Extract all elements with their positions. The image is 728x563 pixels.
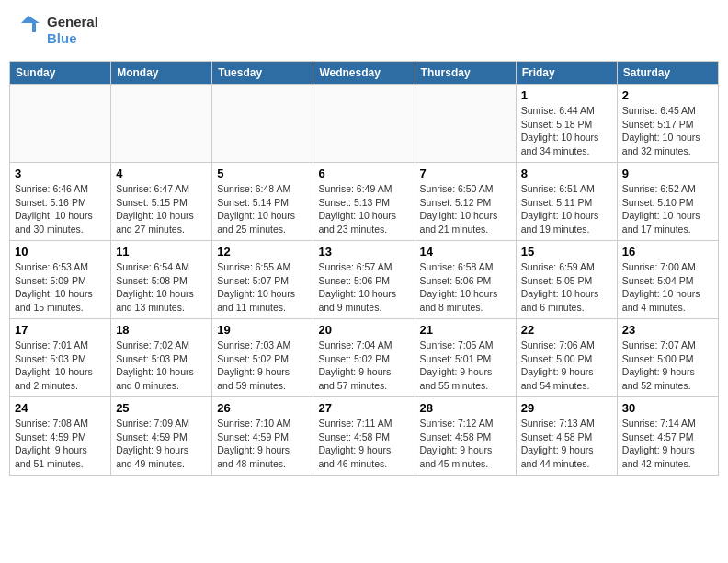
calendar-cell (111, 85, 212, 163)
day-number: 15 (521, 245, 612, 259)
logo-general-text: General (47, 14, 98, 30)
calendar-cell: 19Sunrise: 7:03 AM Sunset: 5:02 PM Dayli… (212, 319, 313, 397)
day-info: Sunrise: 7:03 AM Sunset: 5:02 PM Dayligh… (217, 339, 308, 393)
calendar-cell: 12Sunrise: 6:55 AM Sunset: 5:07 PM Dayli… (212, 241, 313, 319)
day-number: 3 (15, 167, 106, 180)
week-row-3: 17Sunrise: 7:01 AM Sunset: 5:03 PM Dayli… (10, 319, 719, 397)
col-header-monday: Monday (111, 62, 212, 85)
calendar-header-row: SundayMondayTuesdayWednesdayThursdayFrid… (10, 62, 719, 85)
day-info: Sunrise: 7:04 AM Sunset: 5:02 PM Dayligh… (318, 339, 409, 393)
calendar-cell: 25Sunrise: 7:09 AM Sunset: 4:59 PM Dayli… (111, 397, 212, 476)
calendar-cell: 13Sunrise: 6:57 AM Sunset: 5:06 PM Dayli… (313, 241, 415, 319)
day-info: Sunrise: 6:58 AM Sunset: 5:06 PM Dayligh… (420, 260, 511, 315)
day-number: 27 (318, 401, 409, 415)
logo-blue-text: Blue (47, 30, 98, 47)
day-info: Sunrise: 6:47 AM Sunset: 5:15 PM Dayligh… (116, 182, 207, 236)
day-info: Sunrise: 6:46 AM Sunset: 5:16 PM Dayligh… (15, 182, 106, 236)
day-number: 20 (318, 323, 409, 337)
day-info: Sunrise: 7:14 AM Sunset: 4:57 PM Dayligh… (622, 417, 713, 471)
day-number: 17 (15, 323, 106, 337)
day-number: 10 (15, 245, 106, 259)
day-number: 9 (622, 167, 713, 180)
col-header-saturday: Saturday (617, 62, 718, 85)
day-info: Sunrise: 6:44 AM Sunset: 5:18 PM Dayligh… (521, 104, 612, 158)
col-header-friday: Friday (516, 62, 617, 85)
day-info: Sunrise: 6:49 AM Sunset: 5:13 PM Dayligh… (318, 182, 409, 236)
day-number: 19 (217, 323, 308, 337)
day-info: Sunrise: 6:48 AM Sunset: 5:14 PM Dayligh… (217, 182, 308, 236)
day-number: 21 (420, 323, 511, 337)
day-info: Sunrise: 6:45 AM Sunset: 5:17 PM Dayligh… (622, 104, 713, 158)
day-number: 29 (521, 401, 612, 415)
calendar-cell (313, 85, 415, 163)
calendar-cell: 1Sunrise: 6:44 AM Sunset: 5:18 PM Daylig… (516, 85, 617, 163)
day-number: 24 (15, 401, 106, 415)
day-info: Sunrise: 7:01 AM Sunset: 5:03 PM Dayligh… (15, 339, 106, 393)
day-number: 30 (622, 401, 713, 415)
day-info: Sunrise: 7:06 AM Sunset: 5:00 PM Dayligh… (521, 339, 612, 393)
calendar-cell (415, 85, 516, 163)
day-number: 8 (521, 167, 612, 180)
col-header-wednesday: Wednesday (313, 62, 415, 85)
day-info: Sunrise: 7:10 AM Sunset: 4:59 PM Dayligh… (217, 417, 308, 471)
calendar-cell: 23Sunrise: 7:07 AM Sunset: 5:00 PM Dayli… (617, 319, 718, 397)
day-info: Sunrise: 6:50 AM Sunset: 5:12 PM Dayligh… (420, 182, 511, 236)
day-number: 4 (116, 167, 207, 180)
day-info: Sunrise: 6:53 AM Sunset: 5:09 PM Dayligh… (15, 260, 106, 315)
day-number: 13 (318, 245, 409, 259)
calendar-cell: 3Sunrise: 6:46 AM Sunset: 5:16 PM Daylig… (10, 163, 111, 241)
day-number: 18 (116, 323, 207, 337)
day-number: 11 (116, 245, 207, 259)
calendar-cell: 15Sunrise: 6:59 AM Sunset: 5:05 PM Dayli… (516, 241, 617, 319)
calendar-cell: 24Sunrise: 7:08 AM Sunset: 4:59 PM Dayli… (10, 397, 111, 476)
day-number: 2 (622, 88, 713, 102)
day-number: 23 (622, 323, 713, 337)
calendar-cell: 11Sunrise: 6:54 AM Sunset: 5:08 PM Dayli… (111, 241, 212, 319)
day-info: Sunrise: 6:52 AM Sunset: 5:10 PM Dayligh… (622, 182, 713, 236)
day-info: Sunrise: 7:13 AM Sunset: 4:58 PM Dayligh… (521, 417, 612, 471)
calendar-cell: 22Sunrise: 7:06 AM Sunset: 5:00 PM Dayli… (516, 319, 617, 397)
day-number: 26 (217, 401, 308, 415)
calendar-cell (212, 85, 313, 163)
day-info: Sunrise: 6:55 AM Sunset: 5:07 PM Dayligh… (217, 260, 308, 315)
calendar-cell: 30Sunrise: 7:14 AM Sunset: 4:57 PM Dayli… (617, 397, 718, 476)
week-row-2: 10Sunrise: 6:53 AM Sunset: 5:09 PM Dayli… (10, 241, 719, 319)
day-info: Sunrise: 7:11 AM Sunset: 4:58 PM Dayligh… (318, 417, 409, 471)
calendar-table: SundayMondayTuesdayWednesdayThursdayFrid… (9, 61, 719, 476)
calendar-cell: 20Sunrise: 7:04 AM Sunset: 5:02 PM Dayli… (313, 319, 415, 397)
col-header-tuesday: Tuesday (212, 62, 313, 85)
calendar-cell: 29Sunrise: 7:13 AM Sunset: 4:58 PM Dayli… (516, 397, 617, 476)
calendar-cell: 10Sunrise: 6:53 AM Sunset: 5:09 PM Dayli… (10, 241, 111, 319)
day-number: 6 (318, 167, 409, 180)
calendar-cell: 14Sunrise: 6:58 AM Sunset: 5:06 PM Dayli… (415, 241, 516, 319)
day-info: Sunrise: 6:54 AM Sunset: 5:08 PM Dayligh… (116, 260, 207, 315)
day-info: Sunrise: 6:57 AM Sunset: 5:06 PM Dayligh… (318, 260, 409, 315)
day-number: 25 (116, 401, 207, 415)
week-row-0: 1Sunrise: 6:44 AM Sunset: 5:18 PM Daylig… (10, 85, 719, 163)
logo-bird-icon (14, 14, 43, 47)
calendar-cell (10, 85, 111, 163)
day-number: 1 (521, 88, 612, 102)
calendar-cell: 7Sunrise: 6:50 AM Sunset: 5:12 PM Daylig… (415, 163, 516, 241)
logo: General Blue (14, 14, 98, 47)
page-header: General Blue (9, 9, 719, 52)
day-number: 12 (217, 245, 308, 259)
svg-marker-0 (21, 16, 40, 32)
calendar-cell: 2Sunrise: 6:45 AM Sunset: 5:17 PM Daylig… (617, 85, 718, 163)
week-row-4: 24Sunrise: 7:08 AM Sunset: 4:59 PM Dayli… (10, 397, 719, 476)
calendar-cell: 28Sunrise: 7:12 AM Sunset: 4:58 PM Dayli… (415, 397, 516, 476)
day-number: 22 (521, 323, 612, 337)
calendar-cell: 8Sunrise: 6:51 AM Sunset: 5:11 PM Daylig… (516, 163, 617, 241)
day-number: 16 (622, 245, 713, 259)
day-info: Sunrise: 7:07 AM Sunset: 5:00 PM Dayligh… (622, 339, 713, 393)
calendar-cell: 16Sunrise: 7:00 AM Sunset: 5:04 PM Dayli… (617, 241, 718, 319)
day-info: Sunrise: 6:59 AM Sunset: 5:05 PM Dayligh… (521, 260, 612, 315)
day-number: 5 (217, 167, 308, 180)
day-info: Sunrise: 7:00 AM Sunset: 5:04 PM Dayligh… (622, 260, 713, 315)
calendar-cell: 4Sunrise: 6:47 AM Sunset: 5:15 PM Daylig… (111, 163, 212, 241)
day-number: 7 (420, 167, 511, 180)
week-row-1: 3Sunrise: 6:46 AM Sunset: 5:16 PM Daylig… (10, 163, 719, 241)
calendar-cell: 5Sunrise: 6:48 AM Sunset: 5:14 PM Daylig… (212, 163, 313, 241)
calendar-cell: 18Sunrise: 7:02 AM Sunset: 5:03 PM Dayli… (111, 319, 212, 397)
col-header-thursday: Thursday (415, 62, 516, 85)
